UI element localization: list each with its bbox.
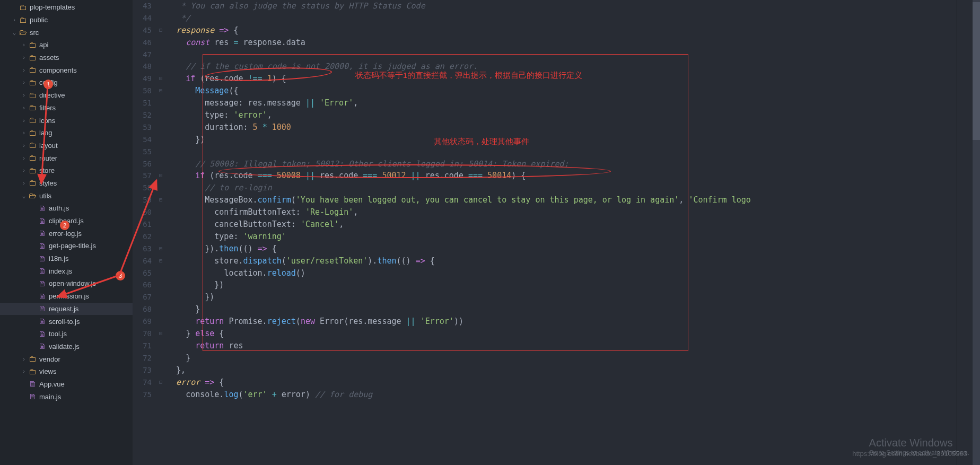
code-line[interactable]: // 50008: Illegal token; 50012: Other cl…: [167, 158, 957, 170]
fold-toggle[interactable]: ⊟: [159, 85, 167, 97]
code-line[interactable]: * You can also judge the status by HTTP …: [167, 0, 957, 12]
code-line[interactable]: duration: 5 * 1000: [167, 121, 957, 134]
chevron-icon[interactable]: ›: [20, 142, 28, 149]
fold-toggle[interactable]: ⊟: [159, 255, 167, 267]
code-area[interactable]: * You can also judge the status by HTTP …: [167, 0, 957, 400]
code-line[interactable]: }): [167, 134, 957, 146]
code-line[interactable]: const res = response.data: [167, 37, 957, 49]
tree-item-index-js[interactable]: 🗎index.js: [0, 265, 133, 277]
file-tree[interactable]: 🗀plop-templates›🗀public⌄🗁src›🗀api›🗀asset…: [0, 0, 133, 465]
scrollbar-thumb[interactable]: [973, 2, 980, 140]
code-line[interactable]: cancelButtonText: 'Cancel',: [167, 218, 957, 231]
tree-item-api[interactable]: ›🗀api: [0, 39, 133, 51]
tree-item-icons[interactable]: ›🗀icons: [0, 114, 133, 127]
code-line[interactable]: return res: [167, 340, 957, 352]
code-line[interactable]: response => {: [167, 24, 957, 37]
code-line[interactable]: }).then(() => {: [167, 243, 957, 255]
code-line[interactable]: }: [167, 303, 957, 315]
code-line[interactable]: },: [167, 364, 957, 376]
code-line[interactable]: if (res.code === 50008 || res.code === 5…: [167, 170, 957, 182]
chevron-icon[interactable]: ›: [20, 67, 28, 74]
tree-item-src[interactable]: ⌄🗁src: [0, 26, 133, 39]
chevron-icon[interactable]: ›: [20, 79, 28, 86]
code-line[interactable]: MessageBox.confirm('You have been logged…: [167, 194, 957, 206]
tree-item-styles[interactable]: ›🗀styles: [0, 177, 133, 190]
code-line[interactable]: type: 'error',: [167, 109, 957, 121]
code-line[interactable]: Message({: [167, 85, 957, 97]
tree-item-store[interactable]: ›🗀store: [0, 164, 133, 177]
tree-item-main-js[interactable]: 🗎main.js: [0, 390, 133, 403]
code-line[interactable]: error => {: [167, 376, 957, 389]
code-line[interactable]: // if the custom code is not 20000, it i…: [167, 60, 957, 73]
tree-item-lang[interactable]: ›🗀lang: [0, 127, 133, 139]
tree-item-config[interactable]: ›🗀config: [0, 76, 133, 89]
chevron-icon[interactable]: ›: [20, 368, 28, 375]
code-line[interactable]: message: res.message || 'Error',: [167, 97, 957, 109]
tree-item-router[interactable]: ›🗀router: [0, 152, 133, 164]
fold-toggle[interactable]: ⊟: [159, 170, 167, 182]
tree-item-assets[interactable]: ›🗀assets: [0, 51, 133, 64]
tree-item-App-vue[interactable]: 🗎App.vue: [0, 378, 133, 391]
chevron-icon[interactable]: ⌄: [20, 192, 28, 199]
vertical-scrollbar[interactable]: [973, 0, 980, 465]
code-line[interactable]: type: 'warning': [167, 231, 957, 243]
fold-toggle: [159, 182, 167, 194]
tree-item-vendor[interactable]: ›🗀vendor: [0, 353, 133, 365]
code-line[interactable]: store.dispatch('user/resetToken').then((…: [167, 255, 957, 267]
chevron-icon[interactable]: ›: [20, 167, 28, 174]
tree-item-scroll-to-js[interactable]: 🗎scroll-to.js: [0, 315, 133, 328]
tree-item-permission-js[interactable]: 🗎permission.js: [0, 290, 133, 303]
tree-item-layout[interactable]: ›🗀layout: [0, 139, 133, 152]
tree-item-plop-templates[interactable]: 🗀plop-templates: [0, 1, 133, 14]
fold-toggle[interactable]: ⊟: [159, 73, 167, 85]
chevron-icon[interactable]: ›: [20, 54, 28, 61]
chevron-icon[interactable]: ›: [20, 117, 28, 124]
tree-item-public[interactable]: ›🗀public: [0, 14, 133, 27]
chevron-icon[interactable]: ›: [20, 155, 28, 162]
minimap[interactable]: [957, 0, 973, 465]
code-line[interactable]: // to re-login: [167, 182, 957, 194]
tree-item-request-js[interactable]: 🗎request.js: [0, 303, 133, 315]
code-line[interactable]: [167, 49, 957, 61]
chevron-icon[interactable]: ›: [20, 92, 28, 99]
code-line[interactable]: }): [167, 291, 957, 303]
chevron-icon[interactable]: ›: [20, 129, 28, 136]
tree-item-i18n-js[interactable]: 🗎i18n.js: [0, 252, 133, 265]
chevron-icon[interactable]: ⌄: [11, 29, 18, 36]
fold-toggle[interactable]: ⊟: [159, 328, 167, 340]
folder-icon: 🗀: [28, 354, 37, 364]
code-line[interactable]: return Promise.reject(new Error(res.mess…: [167, 315, 957, 328]
code-line[interactable]: confirmButtonText: 'Re-Login',: [167, 206, 957, 218]
code-line[interactable]: location.reload(): [167, 267, 957, 279]
tree-item-views[interactable]: ›🗀views: [0, 365, 133, 378]
tree-item-tool-js[interactable]: 🗎tool.js: [0, 328, 133, 340]
chevron-icon[interactable]: ›: [11, 16, 18, 23]
code-line[interactable]: [167, 146, 957, 158]
tree-item-get-page-title-js[interactable]: 🗎get-page-title.js: [0, 240, 133, 252]
code-line[interactable]: */: [167, 12, 957, 24]
chevron-icon[interactable]: ›: [20, 104, 28, 111]
code-line[interactable]: }): [167, 279, 957, 291]
fold-toggle[interactable]: ⊟: [159, 24, 167, 37]
tree-item-utils[interactable]: ⌄🗁utils: [0, 189, 133, 202]
tree-item-open-window-js[interactable]: 🗎open-window.js: [0, 277, 133, 290]
code-line[interactable]: } else {: [167, 328, 957, 340]
code-line[interactable]: }: [167, 352, 957, 364]
code-line[interactable]: console.log('err' + error) // for debug: [167, 389, 957, 401]
line-number: 62: [133, 231, 152, 243]
chevron-icon[interactable]: ›: [20, 41, 28, 48]
tree-item-filters[interactable]: ›🗀filters: [0, 102, 133, 115]
tree-item-auth-js[interactable]: 🗎auth.js: [0, 202, 133, 215]
chevron-icon[interactable]: ›: [20, 356, 28, 363]
code-line[interactable]: if (res.code !== 1) {: [167, 73, 957, 85]
fold-gutter[interactable]: ⊟⊟⊟⊟⊟⊟⊟⊟⊟: [159, 0, 167, 465]
chevron-icon[interactable]: ›: [20, 180, 28, 187]
fold-toggle[interactable]: ⊟: [159, 194, 167, 206]
tree-item-directive[interactable]: ›🗀directive: [0, 89, 133, 102]
fold-toggle[interactable]: ⊟: [159, 376, 167, 389]
tree-item-components[interactable]: ›🗀components: [0, 64, 133, 76]
fold-toggle[interactable]: ⊟: [159, 243, 167, 255]
tree-item-validate-js[interactable]: 🗎validate.js: [0, 340, 133, 353]
code-editor[interactable]: 4344454647484950515253545556575859606162…: [133, 0, 980, 465]
tree-label: directive: [39, 91, 65, 99]
